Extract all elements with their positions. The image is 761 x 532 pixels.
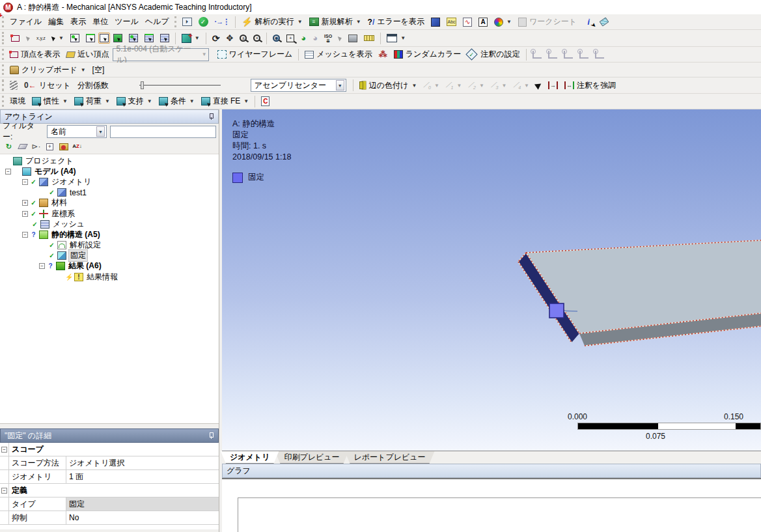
loads-button[interactable]: 荷重▼ xyxy=(71,94,113,108)
tree-item-fixed-support[interactable]: ✓固定 xyxy=(0,251,219,261)
tree-item-materials[interactable]: +✓材料 xyxy=(0,198,219,208)
menu-help[interactable]: ヘルプ xyxy=(142,15,173,29)
selection-info-button[interactable]: i xyxy=(580,15,597,29)
collapse-icon[interactable]: − xyxy=(1,447,7,453)
zoom-fit-button[interactable]: ◉ xyxy=(270,31,283,45)
label-pointer-button[interactable] xyxy=(7,31,23,45)
iso-view-button[interactable]: ISO⇊ xyxy=(321,31,335,45)
wireframe-button[interactable]: ワイヤーフレーム xyxy=(214,48,296,61)
assembly-center-combo[interactable]: アセンブリセンター ▼ xyxy=(251,79,346,92)
tree-item-csys[interactable]: +✓座標系 xyxy=(0,208,219,219)
edge-bars-button[interactable]: → xyxy=(545,79,561,92)
tree-item-settings[interactable]: ✓解析設定 xyxy=(0,240,219,251)
show-vertices-button[interactable]: 頂点を表示 xyxy=(7,48,63,61)
tab-geometry[interactable]: ジオメトリ xyxy=(221,451,279,464)
show-mesh-button[interactable]: メッシュを表示 xyxy=(301,48,375,61)
new-analysis-button[interactable]: ≡ 新規解析 ▼ xyxy=(306,15,365,29)
model-viewport[interactable]: A: 静的構造 固定 時間: 1. s 2018/09/15 1:18 固定 0… xyxy=(222,109,761,451)
property-value[interactable]: 1 面 xyxy=(66,470,219,483)
viewport-layout-button[interactable]: ▼ xyxy=(383,31,409,45)
annotation-prefs-button[interactable]: ✓ 注釈の設定 xyxy=(464,48,523,61)
tab-report-preview[interactable]: レポートプレビュー xyxy=(345,451,435,464)
menu-file[interactable]: ファイル xyxy=(7,15,45,29)
tag-button[interactable] xyxy=(597,15,611,29)
details-group-row[interactable]: − 定義 xyxy=(0,484,219,497)
supports-button[interactable]: 支持▼ xyxy=(113,94,156,108)
collapse-icon[interactable]: − xyxy=(22,232,28,238)
sort-az-icon[interactable]: AZ↓ xyxy=(72,142,82,152)
tree-item-solution[interactable]: −?結果 (A6) xyxy=(0,261,219,272)
tab-print-preview[interactable]: 印刷プレビュー xyxy=(275,451,348,464)
color-sphere-button[interactable]: ▼ xyxy=(491,15,515,29)
menu-units[interactable]: 単位 xyxy=(89,15,111,29)
solve-button[interactable]: ⚡ 解析の実行 ▼ xyxy=(238,15,305,29)
toolbar-grip[interactable] xyxy=(2,64,5,75)
collapse-icon[interactable]: − xyxy=(5,169,11,175)
pan-button[interactable]: ✥ xyxy=(223,31,236,45)
inertial-button[interactable]: 慣性▼ xyxy=(29,94,71,108)
select-mode-button[interactable]: ▼ xyxy=(49,31,67,45)
tree-item-geometry[interactable]: −✓ジオメトリ xyxy=(0,176,219,187)
pin-icon[interactable] xyxy=(208,113,214,120)
direct-fe-button[interactable]: 直接 FE▼ xyxy=(198,94,253,108)
spring-button[interactable] xyxy=(7,79,21,92)
fixed-support-marker[interactable] xyxy=(549,303,564,318)
explode-view-button[interactable]: ⁂ xyxy=(376,48,391,61)
new-figure-button[interactable] xyxy=(428,15,443,29)
random-colors-button[interactable]: ランダムカラー xyxy=(391,48,465,61)
text-label-button[interactable]: A xyxy=(475,15,491,29)
tree-item-mesh[interactable]: ✓メッシュ xyxy=(0,219,219,229)
solve-status-button[interactable]: ✓ xyxy=(195,15,212,29)
property-value[interactable]: ジオメトリ選択 xyxy=(66,456,219,469)
rotate-button[interactable]: ⟳ xyxy=(209,31,223,45)
viewcube-button[interactable] xyxy=(345,31,361,45)
filter-node-icon[interactable]: ⊳· xyxy=(31,142,41,152)
toolbar-grip[interactable] xyxy=(2,32,5,44)
annotation-note-button[interactable]: Abc xyxy=(443,15,460,29)
details-group-row[interactable]: − スコープ xyxy=(0,443,219,456)
collapse-icon[interactable]: − xyxy=(39,263,45,269)
close-vertices-button[interactable]: 近い頂点 xyxy=(63,48,112,61)
new-chart-button[interactable]: ∿ xyxy=(460,15,475,29)
tree-item-project[interactable]: プロジェクト xyxy=(0,156,219,166)
group-gutter[interactable]: − xyxy=(0,443,9,456)
folder-icon[interactable] xyxy=(59,142,68,152)
explode-slider[interactable] xyxy=(139,80,221,91)
menu-tools[interactable]: ツール xyxy=(111,15,142,29)
filter-combo[interactable]: 名前 ▼ xyxy=(47,125,107,138)
toolbar-grip[interactable] xyxy=(2,49,5,60)
toolbar-grip[interactable] xyxy=(2,96,5,107)
filter-input[interactable] xyxy=(110,126,216,138)
zoom-in-button[interactable]: + xyxy=(250,31,264,45)
toolbar-grip[interactable] xyxy=(174,16,178,27)
console-button[interactable]: ⏵ xyxy=(179,15,195,29)
toolbar-grip[interactable] xyxy=(2,79,5,91)
pin-icon[interactable] xyxy=(208,432,214,439)
edge-coloring-button[interactable]: 辺の色付け ▼ xyxy=(356,79,420,92)
zoom-button[interactable]: ± xyxy=(236,31,250,45)
expand-all-icon[interactable]: + xyxy=(45,142,55,152)
property-value[interactable]: No xyxy=(66,511,219,524)
collapse-icon[interactable]: − xyxy=(1,488,7,494)
expand-icon[interactable]: + xyxy=(22,200,28,206)
show-errors-button[interactable]: ?/ エラーを表示 xyxy=(365,15,428,29)
model-canvas[interactable] xyxy=(222,109,761,451)
iteration-button[interactable]: ·→⋮ xyxy=(212,15,233,29)
commands-button[interactable]: C xyxy=(258,94,273,108)
zoom-box-button[interactable]: + xyxy=(283,31,297,45)
tree-item-analysis[interactable]: −?静的構造 (A5) xyxy=(0,229,219,240)
edge-select-button[interactable] xyxy=(83,31,98,45)
vertex-select-button[interactable] xyxy=(67,31,83,45)
annotation-emphasis-button[interactable]: ↔ 注釈を強調 xyxy=(561,79,619,92)
thicken-button[interactable] xyxy=(533,79,545,92)
face-select-button[interactable] xyxy=(98,33,110,44)
group-gutter[interactable]: − xyxy=(0,484,9,497)
tree-item-model[interactable]: −モデル (A4) xyxy=(0,166,219,176)
tree-item-body[interactable]: ✓test1 xyxy=(0,188,219,198)
eraser-icon[interactable] xyxy=(18,142,27,152)
conditions-button[interactable]: 条件▼ xyxy=(156,94,198,108)
ruler-button[interactable] xyxy=(361,31,378,45)
collapse-icon[interactable]: − xyxy=(22,179,28,185)
previous-view-button[interactable]: ◕ xyxy=(297,31,309,45)
refresh-icon[interactable]: ↻ xyxy=(4,142,14,152)
